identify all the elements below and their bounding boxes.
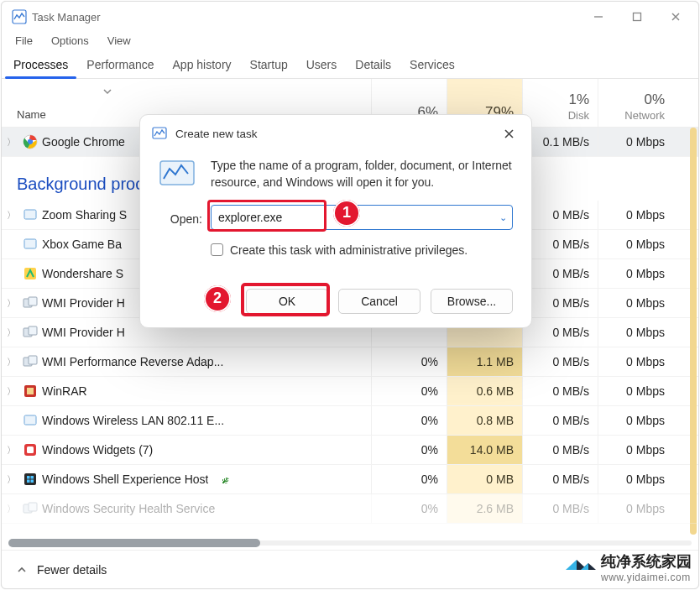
dialog-close-button[interactable] [493,120,525,147]
window-title: Task Manager [32,11,101,23]
browse-button[interactable]: Browse... [431,289,513,314]
dialog-description: Type the name of a program, folder, docu… [211,157,513,191]
process-icon [22,265,39,282]
process-name: WinRAR [42,384,87,398]
cell-cpu: 0% [371,436,447,464]
svg-rect-15 [29,356,37,364]
chevron-up-icon[interactable] [15,563,29,577]
menu-file[interactable]: File [8,32,39,50]
annotation-callout-2: 2 [204,285,231,312]
tab-app-history[interactable]: App history [165,53,240,78]
cell-net: 0 Mbps [598,230,673,258]
cell-mem: 0 MB [447,465,522,493]
cell-disk: 0 MB/s [522,377,598,405]
process-row[interactable]: 〉Windows Widgets (7)0%14.0 MB0 MB/s0 Mbp… [2,436,698,465]
cell-disk: 0 MB/s [522,201,598,229]
cell-disk: 0.1 MB/s [522,128,598,156]
expand-icon[interactable]: 〉 [7,209,18,222]
expand-icon[interactable]: 〉 [7,136,18,149]
expand-icon[interactable]: 〉 [7,297,18,310]
admin-checkbox[interactable] [211,243,223,256]
cell-cpu: 0% [371,406,447,435]
expand-icon[interactable]: 〉 [7,473,18,486]
svg-rect-25 [31,480,34,483]
cell-mem: 14.0 MB [447,436,522,464]
cell-net: 0 Mbps [598,318,673,347]
expand-icon[interactable]: 〉 [7,356,18,368]
svg-rect-24 [27,480,30,483]
watermark-site: www.yidaimei.com [601,572,692,583]
watermark-brand: 纯净系统家园 [601,551,692,572]
dialog-title: Create new task [175,128,258,140]
process-row[interactable]: 〉Windows Security Health Service0%2.6 MB… [2,494,698,524]
menu-view[interactable]: View [101,32,138,50]
cell-mem: 0.6 MB [447,377,522,405]
open-label: Open: [152,205,202,230]
process-name: Windows Wireless LAN 802.11 E... [42,414,224,427]
dialog-titlebar[interactable]: Create new task [140,115,531,152]
svg-rect-21 [24,473,36,485]
expand-icon[interactable]: 〉 [7,326,18,339]
tab-startup[interactable]: Startup [242,53,296,78]
tab-users[interactable]: Users [298,53,346,78]
window-minimize-button[interactable] [579,4,618,29]
process-row[interactable]: Windows Wireless LAN 802.11 E...0%0.8 MB… [2,406,698,436]
window-maximize-button[interactable] [618,4,656,29]
cell-mem: 2.6 MB [447,494,522,523]
process-icon [22,441,39,458]
cell-disk: 0 MB/s [522,465,598,493]
process-name: WMI Performance Reverse Adap... [42,355,223,368]
expand-icon[interactable]: 〉 [7,444,18,457]
process-icon [22,324,39,341]
chevron-down-icon[interactable] [97,84,118,99]
cell-disk: 0 MB/s [522,318,598,347]
expand-icon[interactable]: 〉 [7,385,18,398]
svg-rect-17 [27,388,34,394]
cell-disk: 0 MB/s [522,406,598,435]
leaf-icon: ⸙ [218,473,232,486]
cell-disk: 0 MB/s [522,230,598,258]
cell-mem: 1.1 MB [447,347,522,376]
cell-disk: 0 MB/s [522,494,598,523]
chevron-down-icon[interactable]: ⌄ [499,211,507,222]
window-close-button[interactable] [656,4,695,29]
process-row[interactable]: 〉WinRAR0%0.6 MB0 MB/s0 Mbps [2,377,698,406]
tab-services[interactable]: Services [401,53,463,78]
cell-net: 0 Mbps [598,377,673,405]
cell-cpu: 0% [371,347,447,376]
svg-rect-11 [29,297,37,305]
svg-rect-8 [24,239,36,248]
expand-icon[interactable]: 〉 [7,503,18,515]
run-dialog-icon [152,126,169,141]
fewer-details-link[interactable]: Fewer details [37,563,107,577]
open-combobox-value: explorer.exe [218,211,282,224]
annotation-callout-1: 1 [333,200,360,227]
watermark-icon [566,555,596,580]
process-icon [22,412,39,429]
cell-net: 0 Mbps [598,128,673,156]
tab-details[interactable]: Details [347,53,400,78]
column-network[interactable]: 0% Network [598,79,673,127]
process-row[interactable]: 〉WMI Performance Reverse Adap...0%1.1 MB… [2,347,698,377]
vertical-scrollbar[interactable] [690,128,697,535]
process-name: Google Chrome [42,135,125,149]
column-disk[interactable]: 1% Disk [522,79,598,127]
cancel-button[interactable]: Cancel [338,289,421,314]
horizontal-scrollbar[interactable] [8,536,692,550]
cell-net: 0 Mbps [598,347,673,376]
process-row[interactable]: 〉Windows Shell Experience Host⸙0%0 MB0 M… [2,465,698,494]
menu-options[interactable]: Options [44,32,96,50]
tab-performance[interactable]: Performance [78,53,162,78]
process-icon [22,383,39,399]
process-name: Windows Widgets (7) [42,443,153,457]
ok-button[interactable]: OK [246,289,328,314]
svg-rect-13 [29,326,37,335]
tab-processes[interactable]: Processes [5,53,76,78]
open-combobox[interactable]: explorer.exe ⌄ [211,205,513,230]
svg-rect-22 [27,476,30,479]
cell-net: 0 Mbps [598,259,673,288]
svg-rect-23 [31,476,34,479]
cell-net: 0 Mbps [598,465,673,493]
run-large-icon [152,157,202,191]
cell-disk: 0 MB/s [522,436,598,464]
